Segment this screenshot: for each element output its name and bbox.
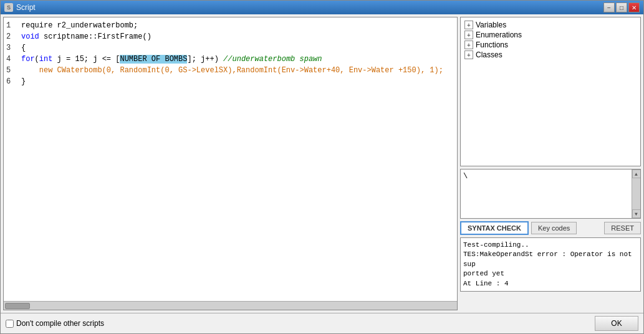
- tree-item[interactable]: +Functions: [463, 40, 638, 50]
- code-panel: 1require r2_underwaterbomb;2void scriptn…: [3, 17, 458, 310]
- close-button[interactable]: ✕: [628, 2, 640, 12]
- line-content: new CWaterbomb(0, RandomInt(0, GS->Level…: [21, 65, 454, 76]
- buttons-row: SYNTAX CHECK Key codes RESET: [460, 221, 641, 235]
- checkbox-area: Don't compile other scripts: [6, 319, 104, 328]
- input-box[interactable]: \ ▲ ▼: [460, 169, 641, 219]
- window-title: Script: [16, 3, 603, 12]
- tree-item-label: Enumerations: [476, 31, 522, 39]
- content-area: 1require r2_underwaterbomb;2void scriptn…: [1, 14, 643, 313]
- main-window: S Script − □ ✕ 1require r2_underwaterbom…: [0, 0, 644, 334]
- tree-expand-icon[interactable]: +: [464, 21, 473, 29]
- horizontal-scrollbar[interactable]: [4, 301, 457, 310]
- list-item: Test-compiling..: [463, 241, 638, 250]
- list-item: At Line : 4: [463, 279, 638, 289]
- line-number: 6: [6, 76, 17, 87]
- scrollbar-thumb[interactable]: [5, 303, 30, 309]
- table-row: 6}: [6, 76, 454, 87]
- line-content: require r2_underwaterbomb;: [21, 20, 454, 31]
- reset-button[interactable]: RESET: [604, 222, 641, 234]
- line-content: }: [21, 76, 454, 87]
- ok-button[interactable]: OK: [595, 316, 638, 331]
- tree-panel: +Variables+Enumerations+Functions+Classe…: [460, 17, 641, 166]
- table-row: 1require r2_underwaterbomb;: [6, 20, 454, 31]
- line-number: 4: [6, 54, 17, 65]
- code-editor[interactable]: 1require r2_underwaterbomb;2void scriptn…: [4, 17, 457, 301]
- line-content: void scriptname::FirstFrame(): [21, 31, 454, 42]
- tree-item-label: Variables: [476, 21, 506, 29]
- key-codes-button[interactable]: Key codes: [531, 222, 577, 234]
- maximize-button[interactable]: □: [616, 2, 627, 12]
- line-content: for(int j = 15; j <= [NUMBER OF BOMBS]; …: [21, 54, 454, 65]
- title-bar: S Script − □ ✕: [1, 1, 643, 14]
- title-buttons: − □ ✕: [603, 2, 640, 12]
- tree-item-label: Functions: [476, 41, 508, 49]
- tree-item[interactable]: +Enumerations: [463, 30, 638, 40]
- line-number: 1: [6, 20, 17, 31]
- list-item: ported yet: [463, 269, 638, 279]
- line-number: 3: [6, 42, 17, 54]
- table-row: 5 new CWaterbomb(0, RandomInt(0, GS->Lev…: [6, 65, 454, 76]
- tree-expand-icon[interactable]: +: [464, 31, 473, 39]
- output-box: Test-compiling..TES:MakeOperandSt error …: [460, 237, 641, 292]
- line-number: 5: [6, 65, 17, 76]
- table-row: 4for(int j = 15; j <= [NUMBER OF BOMBS];…: [6, 54, 454, 65]
- window-icon: S: [4, 3, 13, 12]
- scroll-up-arrow[interactable]: ▲: [632, 169, 641, 178]
- table-row: 2void scriptname::FirstFrame(): [6, 31, 454, 42]
- tree-item[interactable]: +Variables: [463, 20, 638, 30]
- table-row: 3{: [6, 42, 454, 54]
- list-item: TES:MakeOperandSt error : Operator is no…: [463, 250, 638, 269]
- tree-item-label: Classes: [476, 50, 502, 59]
- line-content: {: [21, 42, 454, 54]
- input-scrollbar[interactable]: ▲ ▼: [632, 169, 640, 218]
- scroll-down-arrow[interactable]: ▼: [632, 209, 641, 218]
- middle-section: \ ▲ ▼ SYNTAX CHECK Key codes RESET Test-…: [460, 169, 641, 292]
- tree-expand-icon[interactable]: +: [464, 41, 473, 49]
- right-panel: +Variables+Enumerations+Functions+Classe…: [460, 17, 641, 310]
- input-value: \: [463, 172, 468, 181]
- dont-compile-label: Don't compile other scripts: [16, 319, 104, 328]
- line-number: 2: [6, 31, 17, 42]
- bottom-bar: Don't compile other scripts OK: [1, 313, 643, 333]
- tree-expand-icon[interactable]: +: [464, 50, 473, 59]
- minimize-button[interactable]: −: [603, 2, 615, 12]
- dont-compile-checkbox[interactable]: [6, 320, 14, 328]
- syntax-check-button[interactable]: SYNTAX CHECK: [460, 221, 529, 235]
- tree-item[interactable]: +Classes: [463, 50, 638, 60]
